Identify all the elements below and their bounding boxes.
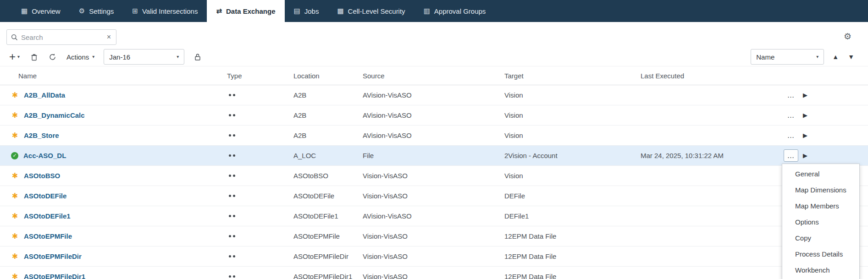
search-input[interactable] — [21, 33, 103, 41]
integration-type-icon — [229, 275, 231, 278]
table-row[interactable]: ✱ASOtoDEFileASOtoDEFileVision-VisASODEFi… — [0, 186, 868, 206]
integration-name-link[interactable]: A2B_AllData — [24, 91, 65, 99]
menu-item-process-details[interactable]: Process Details — [782, 246, 859, 262]
column-header-type[interactable]: Type — [227, 72, 293, 80]
chevron-down-icon: ▾ — [17, 55, 20, 59]
integration-name-link[interactable]: A2B_DynamicCalc — [24, 111, 85, 119]
integration-name-link[interactable]: Acc-ASO_DL — [23, 152, 66, 159]
actions-cell: …▶ — [778, 109, 868, 121]
delete-button[interactable] — [30, 52, 39, 62]
target-cell: Vision — [504, 111, 641, 119]
table-row[interactable]: ✱ASOtoEPMFileDir1ASOtoEPMFileDir1Vision-… — [0, 267, 868, 279]
table-row[interactable]: ✱A2B_AllDataA2BAVision-VisASOVision…▶ — [0, 85, 868, 105]
tab-label: Valid Intersections — [142, 7, 198, 15]
table-row[interactable]: ✱ASOtoEPMFileASOtoEPMFileVision-VisASO12… — [0, 226, 868, 246]
period-selector[interactable]: Jan-16 ▾ — [104, 49, 184, 65]
run-integration-button[interactable]: ▶ — [803, 153, 807, 159]
search-box[interactable]: × — [6, 29, 116, 45]
location-cell: ASOtoEPMFileDir — [293, 252, 363, 260]
add-integration-button[interactable]: + ▾ — [8, 51, 21, 62]
name-cell: ✓Acc-ASO_DL — [0, 152, 227, 159]
tab-label: Jobs — [304, 7, 319, 15]
column-header-source[interactable]: Source — [363, 72, 504, 80]
column-header-last-executed[interactable]: Last Executed — [641, 72, 778, 80]
overview-icon: ▦ — [21, 7, 28, 15]
row-actions-menu-button[interactable]: … — [784, 89, 798, 101]
settings-icon: ⚙ — [79, 7, 85, 15]
sort-descending-button[interactable]: ▼ — [847, 53, 855, 61]
menu-item-map-members[interactable]: Map Members — [782, 198, 859, 214]
sort-field-selector[interactable]: Name ▾ — [751, 49, 824, 65]
row-actions-menu-button[interactable]: … — [784, 129, 798, 142]
integration-name-link[interactable]: ASOtoBSO — [24, 172, 60, 180]
tab-approval-groups[interactable]: ▥Approval Groups — [415, 0, 495, 22]
tab-cell-level-security[interactable]: ▩Cell-Level Security — [328, 0, 414, 22]
menu-item-map-dimensions[interactable]: Map Dimensions — [782, 182, 859, 198]
status-warning-icon: ✱ — [11, 213, 19, 220]
tab-overview[interactable]: ▦Overview — [12, 0, 70, 22]
location-cell: A2B — [293, 111, 363, 119]
table-row[interactable]: ✓Acc-ASO_DLA_LOCFile2Vision - AccountMar… — [0, 146, 868, 166]
menu-item-options[interactable]: Options — [782, 214, 859, 230]
integration-type-icon — [229, 175, 231, 177]
integration-type-icon — [229, 255, 231, 257]
toolbar-right-group: Name ▾ ▲ ▼ — [751, 49, 855, 65]
integration-name-link[interactable]: ASOtoDEFile1 — [24, 212, 71, 220]
tab-jobs[interactable]: ▤Jobs — [285, 0, 328, 22]
tab-label: Settings — [89, 7, 114, 15]
run-integration-button[interactable]: ▶ — [803, 132, 807, 138]
lock-button[interactable] — [194, 52, 202, 62]
row-actions-menu-button[interactable]: … — [784, 149, 798, 162]
refresh-button[interactable] — [48, 52, 57, 62]
integration-type-icon — [229, 114, 231, 116]
table-row[interactable]: ✱A2B_StoreA2BAVision-VisASOVision…▶ — [0, 126, 868, 146]
status-success-icon: ✓ — [11, 152, 18, 159]
name-cell: ✱ASOtoEPMFile — [0, 232, 227, 240]
type-cell — [227, 175, 293, 177]
row-context-menu: GeneralMap DimensionsMap MembersOptionsC… — [782, 164, 860, 279]
column-header-name[interactable]: Name — [0, 72, 227, 80]
run-integration-button[interactable]: ▶ — [803, 92, 807, 98]
integration-type-icon — [229, 235, 231, 237]
target-cell: 12EPM Data File — [504, 252, 641, 260]
menu-item-workbench[interactable]: Workbench — [782, 262, 859, 278]
name-cell: ✱A2B_AllData — [0, 91, 227, 99]
integration-name-link[interactable]: ASOtoDEFile — [24, 192, 66, 200]
data-integration-app: ▦Overview⚙Settings⊞Valid Intersections⇄D… — [0, 0, 868, 279]
integration-name-link[interactable]: ASOtoEPMFile — [24, 232, 72, 240]
source-cell: AVision-VisASO — [363, 111, 504, 119]
type-cell — [227, 154, 293, 157]
actions-menu-button[interactable]: Actions ▾ — [66, 53, 94, 61]
column-header-target[interactable]: Target — [504, 72, 641, 80]
tab-settings[interactable]: ⚙Settings — [70, 0, 123, 22]
menu-item-general[interactable]: General — [782, 166, 859, 182]
valid-intersections-icon: ⊞ — [132, 7, 138, 15]
clear-search-icon[interactable]: × — [106, 33, 112, 41]
page-settings-gear-icon[interactable]: ⚙ — [844, 32, 851, 41]
integration-type-icon — [229, 134, 231, 137]
status-warning-icon: ✱ — [11, 132, 19, 139]
source-cell: Vision-VisASO — [363, 273, 504, 279]
location-cell: ASOtoEPMFile — [293, 232, 363, 240]
name-cell: ✱ASOtoBSO — [0, 172, 227, 180]
search-row: × ⚙ — [0, 22, 868, 45]
tab-valid-intersections[interactable]: ⊞Valid Intersections — [123, 0, 207, 22]
table-row[interactable]: ✱ASOtoDEFile1ASOtoDEFile1AVision-VisASOD… — [0, 206, 868, 226]
source-cell: AVision-VisASO — [363, 91, 504, 99]
status-warning-icon: ✱ — [11, 253, 19, 260]
table-row[interactable]: ✱ASOtoEPMFileDirASOtoEPMFileDirVision-Vi… — [0, 246, 868, 267]
integration-type-icon — [229, 154, 231, 157]
integration-name-link[interactable]: ASOtoEPMFileDir — [24, 252, 82, 260]
menu-item-copy[interactable]: Copy — [782, 230, 859, 246]
row-actions-menu-button[interactable]: … — [784, 109, 798, 121]
integration-name-link[interactable]: ASOtoEPMFileDir1 — [24, 273, 85, 279]
column-header-location[interactable]: Location — [293, 72, 363, 80]
location-cell: ASOtoDEFile — [293, 192, 363, 200]
tab-data-exchange[interactable]: ⇄Data Exchange — [207, 0, 284, 22]
table-row[interactable]: ✱A2B_DynamicCalcA2BAVision-VisASOVision…… — [0, 105, 868, 126]
integration-name-link[interactable]: A2B_Store — [24, 131, 59, 139]
table-header: NameTypeLocationSourceTargetLast Execute… — [0, 66, 868, 85]
run-integration-button[interactable]: ▶ — [803, 112, 807, 118]
table-row[interactable]: ✱ASOtoBSOASOtoBSOVision-VisASOVision…▶ — [0, 166, 868, 186]
sort-ascending-button[interactable]: ▲ — [831, 53, 840, 61]
